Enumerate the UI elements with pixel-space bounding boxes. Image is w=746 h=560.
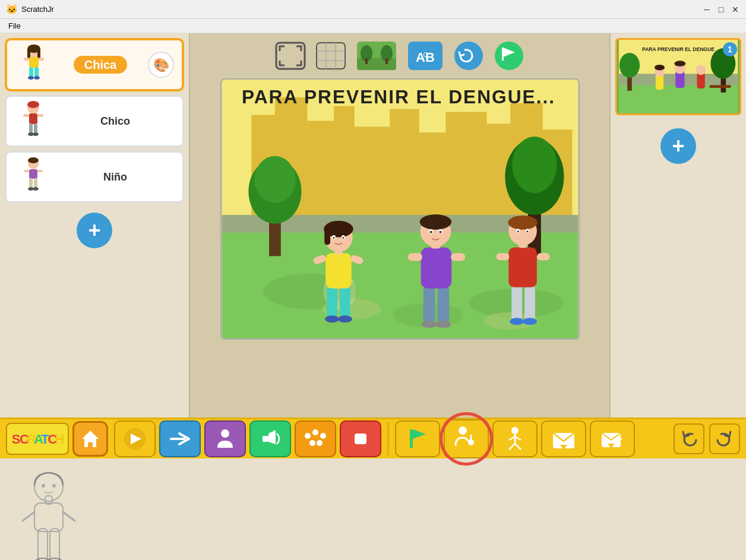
nino-label-area: Niño <box>54 171 176 183</box>
sprite-item-chica[interactable]: Chica 🎨 <box>5 38 184 91</box>
paint-brush-icon: 🎨 <box>148 52 174 78</box>
svg-point-98 <box>342 237 344 239</box>
home-button[interactable] <box>72 421 108 457</box>
svg-point-21 <box>33 132 39 136</box>
grid-icon <box>315 42 346 70</box>
svg-rect-27 <box>29 178 33 188</box>
chica-paint-icon[interactable]: 🎨 <box>146 50 176 80</box>
expand-button[interactable] <box>273 39 308 72</box>
undo-blue-icon <box>453 40 484 71</box>
scene-panel: PARA PREVENIR EL DENGUE 1 + <box>609 33 746 417</box>
run-trigger-button[interactable] <box>492 420 538 457</box>
svg-rect-41 <box>365 58 368 64</box>
file-menu[interactable]: File <box>5 21 24 30</box>
svg-rect-105 <box>451 253 465 261</box>
menubar: File <box>0 19 746 33</box>
svg-rect-194 <box>38 529 48 560</box>
svg-point-203 <box>42 484 45 488</box>
svg-rect-26 <box>37 170 43 172</box>
svg-point-111 <box>429 231 432 233</box>
maximize-button[interactable]: □ <box>716 5 726 14</box>
svg-point-86 <box>325 315 339 322</box>
redo-button[interactable] <box>709 423 740 454</box>
svg-rect-58 <box>445 112 486 221</box>
svg-point-148 <box>696 65 706 75</box>
text-button[interactable]: AB C <box>404 38 446 74</box>
svg-text:🎨: 🎨 <box>153 57 170 73</box>
background-button[interactable] <box>353 38 400 74</box>
add-scene-button[interactable]: + <box>660 128 696 164</box>
minimize-button[interactable]: ─ <box>702 5 712 14</box>
sprite-item-chico[interactable]: Chico <box>5 95 184 147</box>
person-block-icon <box>210 425 240 453</box>
logo-block: S C R A T C H <box>6 423 69 455</box>
svg-rect-55 <box>354 126 389 221</box>
touch-trigger-button[interactable] <box>444 419 489 458</box>
chico-label-area: Chico <box>54 115 176 128</box>
svg-point-97 <box>333 237 334 239</box>
close-button[interactable]: ✕ <box>731 5 740 14</box>
svg-rect-85 <box>339 286 350 318</box>
svg-point-101 <box>421 321 437 328</box>
motion-block-button[interactable] <box>114 420 156 457</box>
svg-rect-28 <box>34 178 37 188</box>
svg-rect-16 <box>23 114 29 117</box>
svg-point-170 <box>320 433 326 439</box>
redo-icon <box>715 429 734 448</box>
stage-canvas[interactable]: PARA PREVENIR EL DENGUE... <box>220 78 580 340</box>
toolbar-separator <box>387 423 389 455</box>
person-block-button[interactable] <box>204 420 246 457</box>
svg-rect-53 <box>307 121 334 220</box>
undo-redo-area <box>674 423 740 454</box>
chico-sprite-icon <box>15 100 51 142</box>
scene-thumbnail-1[interactable]: PARA PREVENIR EL DENGUE 1 <box>615 38 741 115</box>
add-sprite-button[interactable]: + <box>77 213 112 248</box>
sprite-panel: Chica 🎨 <box>0 33 190 417</box>
flag-trigger-button[interactable] <box>395 420 440 457</box>
svg-text:H: H <box>55 432 64 447</box>
svg-point-178 <box>459 426 467 435</box>
svg-point-102 <box>435 321 451 328</box>
svg-rect-176 <box>410 429 413 448</box>
scene-thumb-image: PARA PREVENIR EL DENGUE <box>617 40 739 113</box>
svg-point-202 <box>34 473 63 501</box>
titlebar: 🐱 ScratchJr ─ □ ✕ <box>0 0 746 19</box>
chica-icon-area <box>13 44 55 86</box>
svg-point-125 <box>517 230 519 232</box>
svg-point-23 <box>28 157 39 163</box>
motion-block-icon <box>120 425 150 453</box>
stage-undo-button[interactable] <box>451 38 486 74</box>
svg-rect-103 <box>421 247 451 288</box>
svg-point-14 <box>27 101 39 108</box>
sprite-item-nino[interactable]: Niño <box>5 151 184 203</box>
svg-line-199 <box>23 512 34 521</box>
nino-label: Niño <box>103 171 127 183</box>
message-receive-button[interactable] <box>541 420 586 457</box>
svg-point-48 <box>495 42 523 70</box>
svg-rect-56 <box>390 109 419 221</box>
arrow-block-button[interactable] <box>159 420 201 457</box>
grid-button[interactable] <box>313 39 349 72</box>
svg-point-108 <box>419 214 451 230</box>
svg-point-126 <box>526 230 528 232</box>
top-area: Chica 🎨 <box>0 33 746 417</box>
svg-rect-175 <box>401 423 434 454</box>
svg-point-146 <box>674 61 685 67</box>
undo-icon <box>679 429 698 448</box>
undo-button[interactable] <box>674 423 704 454</box>
flag-trigger-icon <box>401 423 434 454</box>
message-send-button[interactable] <box>590 420 635 457</box>
chica-label: Chica <box>74 56 127 74</box>
svg-rect-84 <box>327 286 337 318</box>
group-block-button[interactable] <box>295 420 336 457</box>
svg-rect-114 <box>524 286 535 321</box>
stop-block-button[interactable] <box>340 420 381 457</box>
flag-play-icon <box>494 40 524 71</box>
sound-block-button[interactable] <box>249 420 291 457</box>
flag-play-button[interactable] <box>491 38 527 74</box>
background-icon <box>356 40 397 71</box>
sprite-bottom-preview <box>0 458 746 560</box>
svg-rect-119 <box>536 253 549 260</box>
svg-text:C: C <box>423 52 427 58</box>
text-icon: AB C <box>407 40 444 71</box>
